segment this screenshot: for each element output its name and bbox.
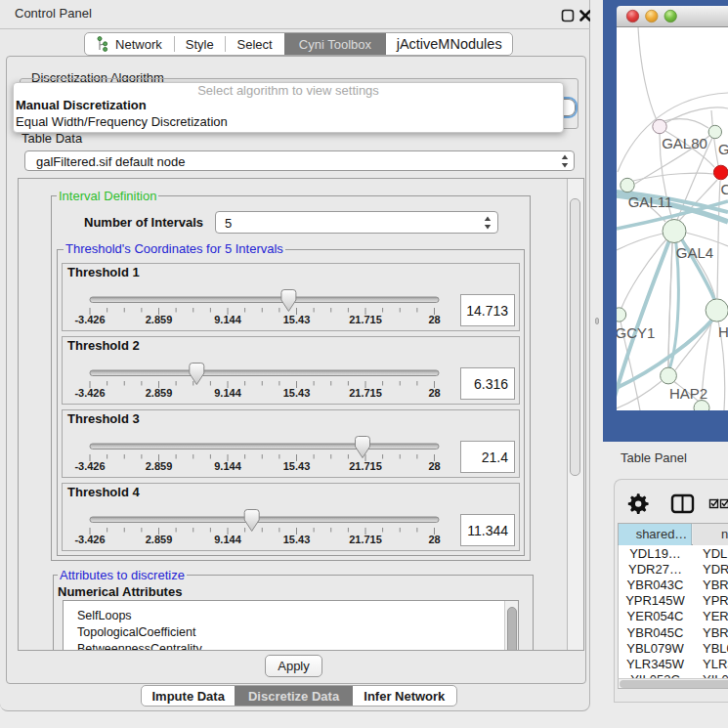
svg-text:2.859: 2.859: [146, 387, 173, 399]
svg-text:HIS5: HIS5: [718, 323, 728, 340]
svg-text:28: 28: [428, 534, 440, 545]
svg-text:9.144: 9.144: [214, 460, 241, 472]
svg-text:9.144: 9.144: [214, 314, 241, 325]
svg-text:HAP2: HAP2: [669, 385, 707, 402]
svg-text:9.144: 9.144: [214, 534, 241, 545]
svg-text:28: 28: [428, 314, 440, 325]
svg-text:-3.426: -3.426: [74, 534, 105, 545]
svg-text:GAL80: GAL80: [662, 135, 707, 151]
svg-text:9.144: 9.144: [214, 387, 241, 399]
svg-text:GAL2: GAL2: [718, 141, 728, 157]
svg-text:15.43: 15.43: [283, 460, 311, 472]
svg-text:21.715: 21.715: [349, 387, 382, 399]
svg-text:15.43: 15.43: [283, 314, 311, 325]
svg-text:15.43: 15.43: [283, 534, 311, 545]
svg-text:2.859: 2.859: [146, 460, 173, 472]
svg-text:21.715: 21.715: [349, 534, 382, 545]
svg-text:2.859: 2.859: [146, 534, 173, 545]
svg-text:21.715: 21.715: [349, 460, 382, 472]
svg-text:-3.426: -3.426: [74, 387, 105, 399]
svg-text:28: 28: [428, 387, 440, 399]
svg-text:2.859: 2.859: [146, 314, 173, 325]
svg-text:21.715: 21.715: [349, 314, 382, 325]
svg-text:15.43: 15.43: [283, 387, 311, 399]
svg-text:GAL4: GAL4: [676, 244, 713, 261]
svg-text:CDC: CDC: [721, 181, 728, 197]
svg-text:-3.426: -3.426: [74, 460, 105, 472]
svg-text:-3.426: -3.426: [74, 314, 105, 325]
svg-text:28: 28: [428, 460, 440, 472]
svg-text:GAL11: GAL11: [628, 193, 673, 210]
svg-text:GCY1: GCY1: [617, 324, 655, 341]
